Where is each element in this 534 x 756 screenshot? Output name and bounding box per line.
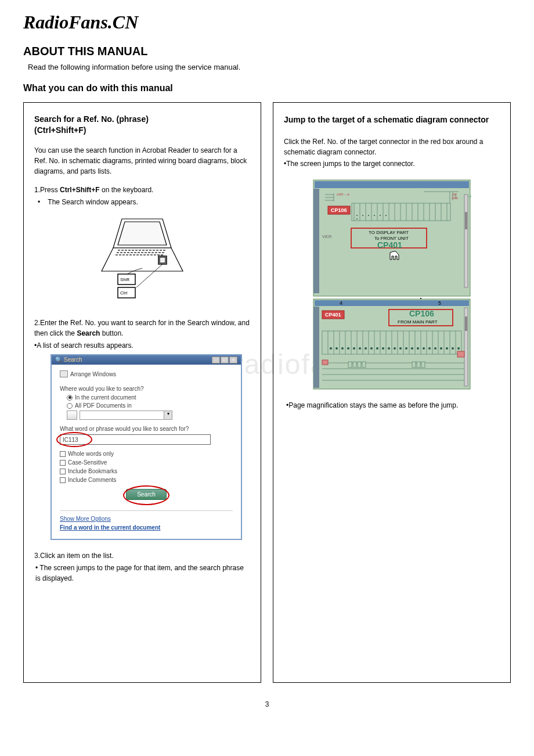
- left-para1: You can use the search function in Acrob…: [34, 145, 250, 177]
- svg-rect-160: [412, 362, 416, 368]
- window-buttons: _ □ ×: [212, 357, 237, 363]
- ctrl-key-label: Ctrl: [120, 290, 128, 296]
- cb3-label: Include Bookmarks: [68, 468, 117, 474]
- main-title: ABOUT THIS MANUAL: [23, 45, 511, 58]
- maximize-icon[interactable]: □: [221, 357, 229, 363]
- svg-text:GND: GND: [452, 196, 459, 200]
- svg-point-85: [374, 215, 375, 216]
- svg-point-145: [423, 347, 425, 350]
- svg-rect-43: [160, 257, 165, 263]
- bullet1: • The Search window appears.: [38, 197, 250, 207]
- checkbox-icon: [60, 460, 66, 466]
- watermark-text: RadioFans.CN: [23, 12, 511, 33]
- cb2-label: Case-Sensitive: [68, 459, 107, 466]
- svg-point-139: [388, 347, 390, 350]
- cb-include-bookmarks[interactable]: Include Bookmarks: [60, 468, 233, 474]
- step3: 3.Click an item on the list.: [34, 550, 250, 561]
- svg-text:CP401: CP401: [377, 240, 402, 250]
- svg-point-133: [353, 347, 355, 350]
- svg-text:OFF→A: OFF→A: [337, 193, 349, 196]
- step2-a: 2.Enter the Ref. No. you want to search …: [34, 319, 250, 337]
- step1-c: on the keyboard.: [100, 186, 154, 194]
- dialog-titlebar: 🔍 Search _ □ ×: [52, 355, 241, 365]
- step2-b: Search: [77, 329, 100, 337]
- highlight-circle-icon: [123, 485, 169, 505]
- svg-rect-161: [417, 362, 420, 368]
- svg-point-81: [356, 215, 358, 216]
- folder-icon: [67, 411, 77, 420]
- highlight-circle-icon: [56, 432, 92, 447]
- svg-point-137: [376, 347, 378, 350]
- svg-point-147: [434, 347, 436, 350]
- svg-point-144: [417, 347, 419, 350]
- step2: 2.Enter the Ref. No. you want to search …: [34, 318, 250, 339]
- svg-point-140: [394, 347, 396, 350]
- step1-a: 1.Press: [34, 186, 60, 194]
- svg-point-138: [382, 347, 384, 350]
- svg-rect-48: [313, 189, 319, 293]
- svg-point-151: [457, 347, 460, 350]
- dialog-body: Arrange Windows Where would you like to …: [52, 365, 241, 539]
- svg-point-130: [335, 347, 338, 350]
- svg-point-136: [370, 347, 373, 350]
- right-note: •Page magnification stays the same as be…: [286, 400, 500, 411]
- svg-point-142: [405, 347, 407, 350]
- svg-text:CP401: CP401: [325, 312, 341, 318]
- svg-rect-97: [313, 307, 319, 388]
- cb-whole-words[interactable]: Whole words only: [60, 451, 233, 457]
- radio-icon: [67, 403, 73, 409]
- pdf-location-dropdown[interactable]: ▾: [67, 411, 233, 420]
- search-input-wrap: [60, 434, 233, 445]
- svg-point-134: [359, 347, 361, 350]
- left-column: Search for a Ref. No. (phrase) (Ctrl+Shi…: [23, 102, 261, 683]
- left-title: Search for a Ref. No. (phrase): [34, 114, 250, 124]
- show-more-options-link[interactable]: Show More Options: [60, 516, 233, 522]
- cb-include-comments[interactable]: Include Comments: [60, 477, 233, 483]
- svg-rect-158: [358, 362, 361, 368]
- bullet1-text: The Search window appears.: [48, 198, 138, 206]
- radio-all-pdf[interactable]: All PDF Documents in: [67, 402, 233, 409]
- step1: 1.Press Ctrl+Shift+F on the keyboard.: [34, 185, 250, 195]
- arrange-windows-row[interactable]: Arrange Windows: [60, 370, 233, 377]
- svg-text:4: 4: [340, 300, 342, 306]
- radio1-label: In the current document: [75, 394, 136, 401]
- bullet2: •A list of search results appears.: [34, 340, 250, 351]
- cb4-label: Include Comments: [68, 477, 116, 483]
- svg-point-146: [428, 347, 431, 350]
- minimize-icon[interactable]: _: [212, 357, 220, 363]
- svg-rect-47: [315, 181, 469, 188]
- svg-text:CP106: CP106: [409, 309, 434, 318]
- search-phrase-label: What word or phrase would you like to se…: [60, 426, 233, 432]
- svg-point-143: [411, 347, 413, 350]
- right-column: Jump to the target of a schematic diagra…: [273, 102, 511, 683]
- radio-current-doc[interactable]: In the current document: [67, 394, 233, 401]
- find-word-link[interactable]: Find a word in the current document: [60, 524, 233, 531]
- svg-point-135: [365, 347, 367, 350]
- svg-text:TO DISPLAY PART: TO DISPLAY PART: [369, 230, 409, 235]
- svg-rect-162: [421, 362, 425, 368]
- svg-point-132: [347, 347, 349, 350]
- svg-point-141: [399, 347, 402, 350]
- right-bullet1: •The screen jumps to the target connecto…: [284, 159, 500, 169]
- checkbox-icon: [60, 469, 66, 474]
- cb1-label: Whole words only: [68, 451, 114, 457]
- svg-point-82: [356, 218, 358, 219]
- right-para1: Click the Ref. No. of the target connect…: [284, 136, 500, 157]
- svg-rect-159: [362, 362, 366, 368]
- svg-text:FROM MAIN PART: FROM MAIN PART: [398, 319, 438, 325]
- svg-text:5: 5: [438, 300, 441, 306]
- cb-case-sensitive[interactable]: Case-Sensitive: [60, 459, 233, 466]
- search-dialog: 🔍 Search _ □ × Arrange Windows Where wou…: [50, 354, 242, 540]
- intro-text: Read the following information before us…: [28, 63, 511, 71]
- left-subtitle: (Ctrl+Shift+F): [34, 125, 250, 135]
- radio2-label: All PDF Documents in: [75, 402, 132, 409]
- close-icon[interactable]: ×: [229, 357, 237, 363]
- dropdown-field: ▾: [80, 411, 172, 420]
- dialog-footer: Show More Options Find a word in the cur…: [60, 510, 233, 531]
- checkbox-icon: [60, 477, 66, 483]
- svg-point-83: [362, 215, 363, 216]
- svg-point-87: [385, 215, 387, 216]
- chevron-down-icon: ▾: [164, 411, 172, 419]
- laptop-illustration: Shift Ctrl: [90, 213, 194, 306]
- arrange-label: Arrange Windows: [70, 371, 116, 377]
